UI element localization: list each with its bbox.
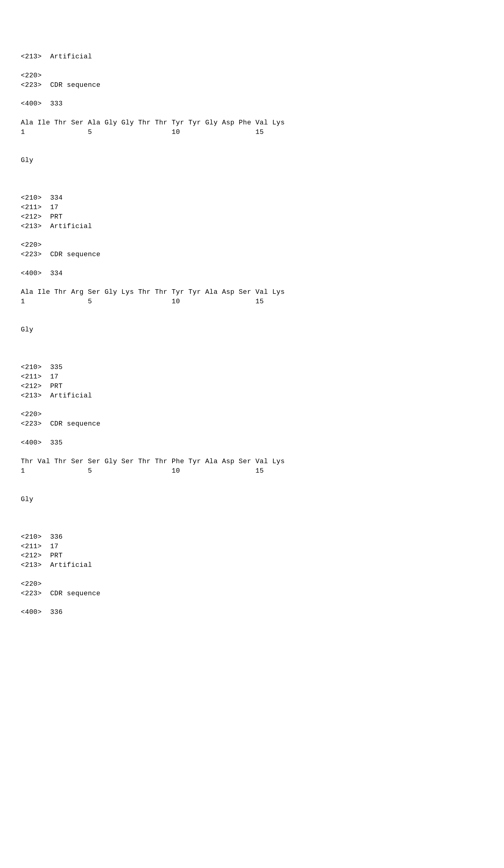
sequence-residues: Gly (21, 325, 483, 335)
header-tag: <212> PRT (21, 213, 483, 222)
blank-line (21, 429, 483, 438)
header-400: <400> 334 (21, 269, 483, 279)
header-400: <400> 335 (21, 438, 483, 448)
header-tag: <211> 17 (21, 203, 483, 213)
header-tag: <223> CDR sequence (21, 420, 483, 429)
sequence-entry: <210> 336<211> 17<212> PRT<213> Artifici… (21, 533, 483, 617)
blank-line (21, 476, 483, 495)
blank-line (21, 137, 483, 156)
header-tag: <223> CDR sequence (21, 250, 483, 260)
header-tag: <212> PRT (21, 551, 483, 561)
sequence-residues: Gly (21, 156, 483, 165)
header-tag: <223> CDR sequence (21, 589, 483, 599)
blank-line (21, 307, 483, 326)
header-tag: <220> (21, 71, 483, 81)
header-tag: <220> (21, 241, 483, 250)
blank-line (21, 448, 483, 457)
blank-line (21, 570, 483, 580)
header-tag: <223> CDR sequence (21, 81, 483, 90)
header-tag: <210> 336 (21, 533, 483, 542)
header-tag: <213> Artificial (21, 52, 483, 62)
header-400: <400> 336 (21, 608, 483, 617)
blank-line (21, 401, 483, 410)
blank-line (21, 231, 483, 241)
header-tag: <210> 334 (21, 194, 483, 203)
header-tag: <213> Artificial (21, 391, 483, 401)
blank-line (21, 278, 483, 288)
blank-line (21, 598, 483, 608)
header-tag: <220> (21, 580, 483, 589)
header-tag: <212> PRT (21, 382, 483, 391)
sequence-residues: Gly (21, 495, 483, 505)
sequence-residues: Thr Val Thr Ser Ser Gly Ser Thr Thr Phe … (21, 457, 483, 467)
header-tag: <210> 335 (21, 363, 483, 372)
header-tag: <211> 17 (21, 372, 483, 382)
blank-line (21, 109, 483, 118)
blank-line (21, 260, 483, 269)
sequence-entry: <210> 335<211> 17<212> PRT<213> Artifici… (21, 363, 483, 532)
header-tag: <220> (21, 410, 483, 420)
header-tag: <213> Artificial (21, 222, 483, 231)
sequence-numbers: 1 5 10 15 (21, 467, 483, 476)
sequence-entry: <210> 334<211> 17<212> PRT<213> Artifici… (21, 194, 483, 363)
sequence-listing-page: <213> Artificial<220><223> CDR sequence<… (21, 52, 483, 617)
header-tag: <211> 17 (21, 542, 483, 551)
sequence-residues: Ala Ile Thr Arg Ser Gly Lys Thr Thr Tyr … (21, 288, 483, 297)
sequence-residues: Ala Ile Thr Ser Ala Gly Gly Thr Thr Tyr … (21, 118, 483, 128)
blank-line (21, 90, 483, 99)
sequence-entry: <213> Artificial<220><223> CDR sequence<… (21, 52, 483, 194)
blank-line (21, 504, 483, 532)
sequence-numbers: 1 5 10 15 (21, 297, 483, 307)
header-400: <400> 333 (21, 99, 483, 109)
blank-line (21, 335, 483, 363)
blank-line (21, 165, 483, 194)
blank-line (21, 62, 483, 71)
sequence-numbers: 1 5 10 15 (21, 128, 483, 137)
header-tag: <213> Artificial (21, 561, 483, 570)
